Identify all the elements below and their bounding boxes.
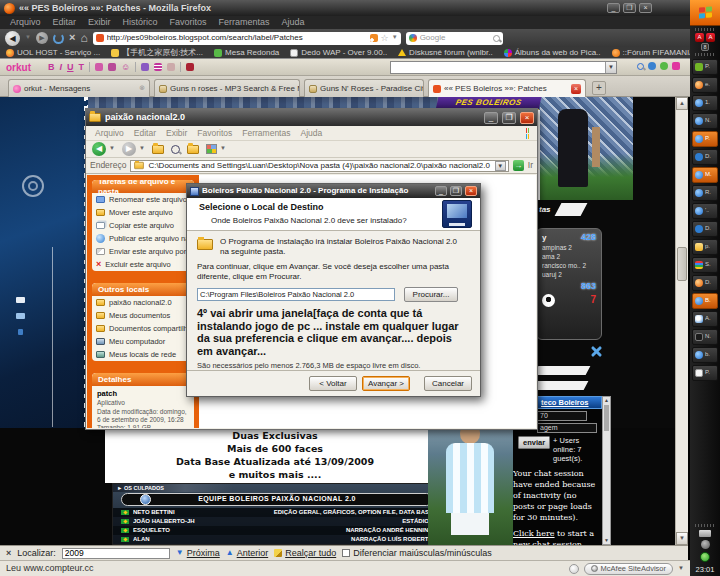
search-icon[interactable] [171,145,180,154]
task-copy[interactable]: Copiar este arquivo [92,219,194,232]
menu-editar[interactable]: Editar [47,17,83,28]
tab-orkut[interactable]: orkut - Mensagens⊗ [8,79,150,97]
start-button[interactable] [690,0,720,26]
menu-ferramentas[interactable]: Ferramentas [237,128,295,138]
menu-editar[interactable]: Editar [129,128,161,138]
browse-button[interactable]: Procurar... [404,287,458,302]
tab-guns-n-roses-search[interactable]: Guns n roses - MP3 Search & Free Mp3 ..⊗ [154,79,300,97]
close-button[interactable]: × [465,186,477,196]
close-button[interactable]: × [520,112,534,124]
scroll-down-icon[interactable]: ▼ [603,537,610,544]
reload-icon[interactable] [53,33,64,44]
mcafee-dropdown-icon[interactable]: ▼ [678,565,684,572]
link-icon[interactable] [95,63,103,71]
menu-arquivo[interactable]: Arquivo [90,128,129,138]
find-input[interactable] [62,548,170,559]
new-tab-button[interactable]: + [592,81,606,95]
tray-keyboard-icon[interactable] [699,530,711,537]
task-button[interactable]: N. [692,329,718,345]
minimize-button[interactable]: _ [607,3,620,13]
bookmark-item[interactable]: 【手机之家原创:技术... [111,48,203,58]
orkut-brand[interactable]: orkut [6,62,31,74]
task-button[interactable]: p. [692,239,718,255]
installer-dialog[interactable]: Boleiros Paixão Nacional 2.0 - Programa … [186,183,481,397]
search-icon[interactable] [493,35,500,42]
combo-dropdown-icon[interactable]: ▼ [605,62,616,73]
tab-paradise-city[interactable]: Guns N' Roses - Paradise City: Free MP..… [304,79,424,97]
bookmark-item[interactable]: Diskusné fórum (wnlbr.. [398,48,493,58]
minimize-button[interactable]: _ [484,112,498,124]
menu-exibir[interactable]: Exibir [161,128,192,138]
task-button[interactable]: R. [692,185,718,201]
url-bar[interactable]: http://pes09boleiros.blogspot.com/search… [93,32,401,45]
url-text[interactable]: http://pes09boleiros.blogspot.com/search… [107,33,367,43]
task-button[interactable]: P. [692,365,718,381]
bold-icon[interactable]: B [48,62,55,73]
bookmark-item[interactable]: Álbuns da web do Pica.. [504,48,601,58]
bookmark-item[interactable]: ::Fórum FIFAMANIA:: T.. [612,48,690,58]
back-button[interactable]: ◀ [5,31,20,46]
stop-icon[interactable]: × [69,31,75,44]
place-network[interactable]: Meus locais de rede [92,348,194,361]
tab-pes-boleiros-active[interactable]: «« PES Boleiros »»: Patches × [428,79,586,97]
folders-icon[interactable] [187,145,199,154]
tab-close-button[interactable]: × [571,84,581,94]
anchor-icon[interactable] [108,63,116,71]
other-places-header[interactable]: Outros locais [92,283,194,296]
task-button[interactable]: '.. [692,203,718,219]
task-delete[interactable]: ×Excluir este arquivo [92,258,194,271]
clipboard-icon[interactable] [167,63,175,71]
scroll-down-icon[interactable]: ▼ [676,532,688,545]
bookmark-item[interactable]: UOL HOST - Serviço ... [6,48,100,58]
toolbar-search-icon[interactable] [637,63,644,70]
task-button[interactable]: P. [692,59,718,75]
place-my-computer[interactable]: Meu computador [92,335,194,348]
rss-icon[interactable] [370,34,378,42]
forward-button[interactable]: ▶ [36,32,48,44]
menu-historico[interactable]: Histórico [117,17,164,28]
address-dropdown-icon[interactable]: ▼ [495,161,506,171]
toolbar-handle[interactable] [695,28,715,31]
chat-name-input[interactable]: 70 [537,411,587,421]
back-dropdown-icon[interactable]: ▼ [25,34,31,41]
back-dropdown-icon[interactable]: ▼ [109,145,115,152]
find-close-icon[interactable]: × [6,548,11,559]
task-email[interactable]: Enviar este arquivo por email [92,245,194,258]
task-button[interactable]: S. [692,257,718,273]
scroll-thumb[interactable] [677,247,687,281]
video-icon[interactable] [186,63,194,71]
restore-button[interactable]: ❐ [623,3,636,13]
next-button[interactable]: Avançar > [362,376,410,391]
forward-dropdown-icon[interactable]: ▼ [139,145,145,152]
menu-ajuda[interactable]: Ajuda [295,128,327,138]
close-button[interactable]: × [639,3,652,13]
image-icon[interactable] [141,63,149,71]
adobe-reader-icon[interactable]: A [695,33,704,42]
go-label[interactable]: Ir [528,160,533,170]
match-case-checkbox[interactable]: Diferenciar maiúsculas/minúsculas [342,548,492,559]
orkut-combo-box[interactable]: ▼ [390,61,617,74]
up-folder-icon[interactable] [152,145,164,154]
task-button[interactable]: 1. [692,95,718,111]
tray-messenger-icon[interactable] [700,552,710,562]
menu-ferramentas[interactable]: Ferramentas [213,17,276,28]
install-path-input[interactable]: C:\Program Files\Boleiros Paixão Naciona… [197,288,395,301]
mcafee-siteadvisor-button[interactable]: McAfee SiteAdvisor [584,563,673,575]
task-button-active[interactable]: M. [692,167,718,183]
scroll-up-icon[interactable]: ▲ [676,97,688,110]
bookmark-item[interactable]: Dedo WAP - Over 9.00.. [290,48,387,58]
scroll-thumb[interactable] [604,405,609,431]
buddy-icon[interactable] [648,62,656,70]
maximize-button[interactable]: ❐ [502,112,516,124]
menu-arquivo[interactable]: Arquivo [4,17,47,28]
browser-scrollbar[interactable]: ▲ ▼ [675,97,688,545]
chat-restart-link[interactable]: Click here [513,529,555,538]
views-icon[interactable] [206,144,217,154]
highlight-all-button[interactable]: Realçar tudo [274,548,336,559]
go-arrow-icon[interactable]: → [513,160,524,171]
site-nav-pill[interactable] [534,366,591,375]
google-icon[interactable] [409,34,417,42]
orkut-pink-icon[interactable] [672,62,680,70]
underline-icon[interactable]: U [67,62,74,73]
forward-button[interactable]: ▶ [122,142,136,156]
